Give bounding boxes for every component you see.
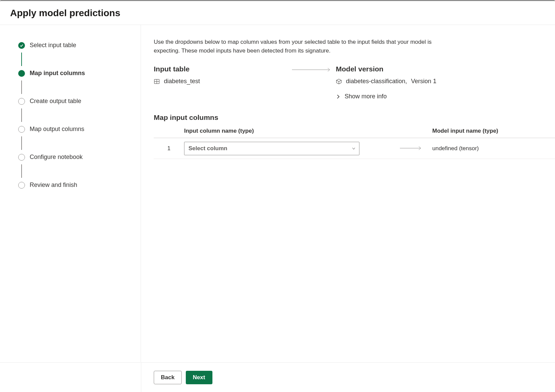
model-input-name: undefined (tensor) [432, 145, 555, 152]
model-version-num: Version 1 [411, 78, 436, 85]
map-input-columns-heading: Map input columns [154, 113, 555, 122]
input-table-name: diabetes_test [164, 78, 200, 85]
apply-model-predictions-dialog: Apply model predictions Select input tab… [0, 0, 555, 392]
show-more-info-toggle[interactable]: Show more info [336, 93, 555, 100]
step-connector [18, 105, 130, 126]
pending-step-icon [18, 98, 25, 105]
arrow-right-icon [292, 68, 332, 72]
arrow-right-icon [400, 146, 423, 150]
step-label: Configure notebook [30, 154, 83, 161]
pending-step-icon [18, 126, 25, 133]
select-column-dropdown[interactable]: Select column [184, 142, 359, 155]
model-version-block: Model version diabetes-classification, V… [336, 65, 555, 100]
table-header-row: Input column name (type) Model input nam… [154, 128, 555, 138]
step-connector [18, 77, 130, 98]
dialog-header: Apply model predictions [0, 1, 555, 25]
step-select-input-table[interactable]: Select input table [18, 42, 130, 49]
model-version-heading: Model version [336, 65, 555, 73]
step-label: Map output columns [30, 126, 84, 133]
table-row: 1 Select column [154, 138, 555, 159]
table-icon [154, 78, 160, 85]
row-index: 1 [154, 145, 184, 152]
step-connector [18, 161, 130, 182]
step-label: Create output table [30, 98, 81, 105]
show-more-label: Show more info [345, 93, 387, 100]
dialog-title: Apply model predictions [10, 8, 545, 19]
description-text: Use the dropdowns below to map column va… [154, 38, 450, 55]
pending-step-icon [18, 182, 25, 189]
row-input-cell: Select column [184, 142, 400, 155]
current-step-icon [18, 70, 25, 77]
chevron-right-icon [336, 94, 341, 99]
content-area: Use the dropdowns below to map column va… [141, 25, 555, 362]
dialog-body: Select input table Map input columns Cre… [0, 25, 555, 362]
next-button[interactable]: Next [186, 371, 212, 384]
back-button[interactable]: Back [154, 371, 182, 384]
step-connector [18, 133, 130, 154]
step-configure-notebook[interactable]: Configure notebook [18, 154, 130, 161]
pending-step-icon [18, 154, 25, 161]
step-label: Review and finish [30, 182, 77, 189]
row-arrow-cell [400, 146, 432, 151]
input-table-value: diabetes_test [154, 78, 289, 85]
model-version-value: diabetes-classification, Version 1 [336, 78, 555, 85]
chevron-down-icon [352, 146, 356, 151]
cube-icon [336, 78, 342, 85]
step-label: Select input table [30, 42, 76, 49]
step-label: Map input columns [30, 70, 85, 77]
dialog-footer: Back Next [0, 362, 555, 392]
step-connector [18, 49, 130, 70]
model-name: diabetes-classification, [346, 78, 407, 85]
step-map-output-columns[interactable]: Map output columns [18, 126, 130, 133]
arrow-between [289, 68, 336, 72]
summary-row: Input table diabetes_test [154, 65, 555, 100]
svg-marker-4 [337, 79, 341, 81]
input-table-block: Input table diabetes_test [154, 65, 289, 85]
col-header-model: Model input name (type) [432, 128, 555, 134]
step-review-and-finish[interactable]: Review and finish [18, 182, 130, 189]
step-map-input-columns[interactable]: Map input columns [18, 70, 130, 77]
input-table-heading: Input table [154, 65, 289, 73]
col-header-input: Input column name (type) [184, 128, 400, 134]
map-input-columns-table: Input column name (type) Model input nam… [154, 128, 555, 159]
footer-divider [141, 363, 141, 392]
check-icon [18, 42, 25, 49]
select-placeholder: Select column [188, 145, 227, 152]
stepper: Select input table Map input columns Cre… [0, 25, 141, 362]
step-create-output-table[interactable]: Create output table [18, 98, 130, 105]
